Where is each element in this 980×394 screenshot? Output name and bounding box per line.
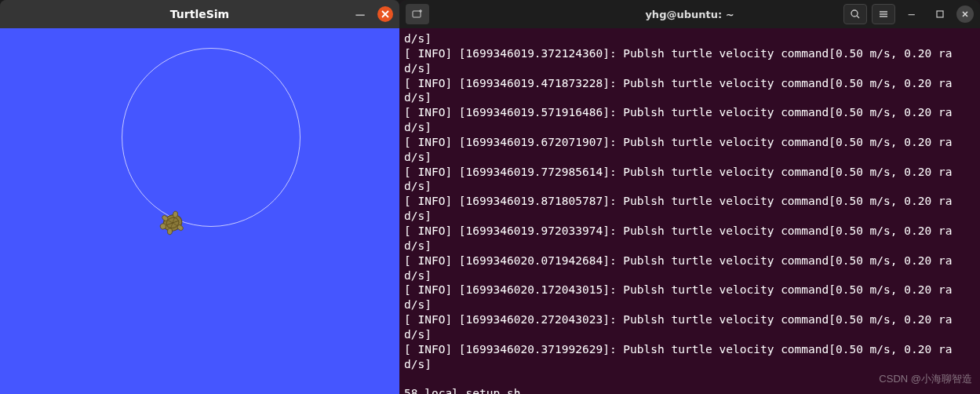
terminal-title: yhg@ubuntu: ~ — [645, 9, 734, 20]
minimize-button[interactable]: − — [900, 4, 924, 24]
menu-button[interactable] — [872, 4, 895, 24]
turtle-path — [122, 48, 301, 227]
watermark: CSDN @小海聊智造 — [879, 372, 972, 386]
window-title: TurtleSim — [170, 8, 229, 20]
svg-point-11 — [851, 10, 858, 16]
terminal-titlebar[interactable]: yhg@ubuntu: ~ − — [399, 0, 980, 28]
terminal-controls: − — [843, 4, 974, 24]
window-controls: − — [352, 6, 393, 22]
close-button[interactable] — [377, 6, 393, 22]
svg-rect-16 — [937, 11, 943, 17]
svg-rect-10 — [413, 11, 421, 17]
svg-line-12 — [857, 16, 859, 18]
maximize-button[interactable] — [928, 4, 952, 24]
turtlesim-canvas[interactable] — [0, 28, 399, 394]
terminal-output[interactable]: d/s] [ INFO] [1699346019.372124360]: Pub… — [399, 28, 980, 394]
terminal-window: yhg@ubuntu: ~ − d/s] [ INFO] [1699346019… — [399, 0, 980, 394]
new-tab-button[interactable] — [406, 4, 429, 24]
close-button[interactable] — [956, 5, 974, 23]
minimize-button[interactable]: − — [352, 6, 368, 22]
turtlesim-titlebar[interactable]: TurtleSim − — [0, 0, 399, 28]
search-button[interactable] — [843, 4, 867, 24]
turtlesim-window: TurtleSim − — [0, 0, 399, 394]
